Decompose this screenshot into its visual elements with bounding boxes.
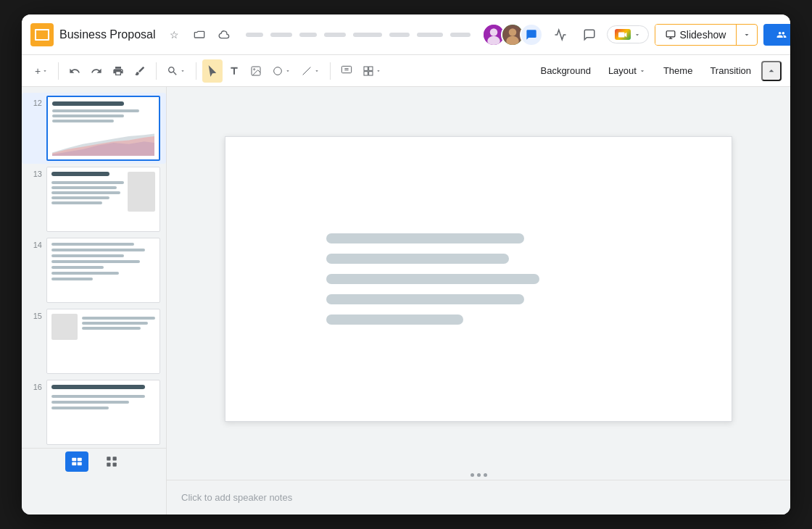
svg-rect-27 [77, 457, 81, 461]
slide-workspace[interactable] [167, 87, 790, 470]
slide-thumb-12 [46, 96, 160, 161]
layout-button[interactable]: Layout [601, 59, 653, 83]
slide-item-15[interactable]: 15 [22, 306, 166, 377]
toolbar-divider-1 [58, 62, 59, 80]
slide-item-16[interactable]: 16 [22, 377, 166, 448]
slide-canvas[interactable] [225, 136, 732, 422]
svg-point-4 [508, 28, 516, 36]
grid-button[interactable] [358, 59, 386, 83]
background-button[interactable]: Background [533, 59, 597, 83]
toolbar-divider-4 [330, 62, 331, 80]
share-button[interactable]: Share [763, 24, 790, 46]
slides-logo [30, 23, 54, 46]
svg-rect-31 [107, 462, 110, 466]
speaker-notes-area[interactable]: Click to add speaker notes [167, 480, 790, 515]
comment-button[interactable] [336, 59, 357, 83]
theme-button[interactable]: Theme [656, 59, 700, 83]
redo-button[interactable] [86, 59, 107, 83]
folder-icon[interactable] [189, 25, 210, 45]
slide-thumb-16 [46, 380, 160, 445]
speaker-notes-placeholder: Click to add speaker notes [181, 492, 292, 503]
meet-button[interactable] [607, 25, 649, 43]
svg-point-5 [506, 36, 519, 46]
svg-rect-26 [72, 462, 76, 465]
content-line-3 [326, 274, 539, 284]
transition-button[interactable]: Transition [703, 59, 758, 83]
svg-marker-24 [52, 136, 154, 156]
insert-group: + [30, 59, 52, 83]
cloud-save-icon[interactable] [214, 25, 234, 45]
main-content: 12 [22, 87, 790, 515]
zoom-button[interactable] [162, 59, 190, 83]
header-right: Slideshow Share [482, 23, 790, 46]
content-line-2 [326, 254, 509, 264]
svg-rect-6 [618, 32, 624, 37]
content-line-1 [326, 233, 524, 243]
svg-rect-7 [666, 30, 675, 36]
svg-rect-20 [364, 71, 368, 75]
list-view-button[interactable] [65, 451, 88, 472]
resize-handle[interactable] [167, 470, 790, 480]
svg-rect-18 [364, 67, 368, 70]
menu-bar [246, 33, 471, 37]
text-button[interactable] [224, 59, 244, 83]
image-button[interactable] [246, 59, 266, 83]
slide-item-12[interactable]: 12 [22, 93, 166, 164]
slide-number-16: 16 [28, 380, 42, 391]
chat-indicator[interactable] [520, 23, 543, 46]
star-icon[interactable]: ☆ [165, 25, 185, 45]
editing-area: Click to add speaker notes [167, 87, 790, 515]
tools-group [202, 59, 324, 83]
svg-rect-19 [369, 67, 373, 70]
collapse-toolbar-button[interactable] [761, 61, 782, 81]
print-button[interactable] [108, 59, 128, 83]
undo-button[interactable] [65, 59, 85, 83]
svg-rect-32 [112, 462, 116, 466]
svg-rect-28 [77, 462, 81, 465]
line-button[interactable] [297, 59, 324, 83]
shape-button[interactable] [268, 59, 295, 83]
grid-view-button[interactable] [100, 451, 123, 472]
content-line-4 [326, 294, 524, 304]
toolbar-divider-3 [196, 62, 196, 80]
svg-point-2 [487, 36, 500, 46]
svg-point-12 [254, 68, 255, 70]
toolbar-divider-2 [156, 62, 157, 80]
svg-rect-29 [107, 457, 110, 460]
more-group [336, 59, 386, 83]
slide-item-14[interactable]: 14 [22, 235, 166, 306]
slide-options-group: Background Layout Theme Transition [533, 59, 758, 83]
slide-item-13[interactable]: 13 [22, 164, 166, 235]
svg-rect-21 [369, 71, 373, 75]
slide-number-12: 12 [28, 96, 42, 107]
slide-number-13: 13 [28, 167, 42, 178]
svg-point-13 [274, 67, 282, 75]
cursor-button[interactable] [202, 59, 223, 83]
collaborator-avatars [482, 23, 543, 46]
comments-button[interactable] [578, 23, 601, 46]
slide-thumb-14 [46, 238, 160, 303]
activity-button[interactable] [549, 23, 572, 46]
insert-button[interactable]: + [30, 59, 52, 83]
header: Business Proposal ☆ [22, 14, 790, 55]
view-toggle [22, 448, 166, 474]
content-line-5 [326, 315, 463, 325]
toolbar: + [22, 55, 790, 87]
format-paint-button[interactable] [130, 59, 150, 83]
svg-rect-15 [342, 66, 352, 72]
slide-number-15: 15 [28, 309, 42, 320]
app-window: Business Proposal ☆ [22, 14, 790, 515]
svg-rect-25 [72, 457, 76, 461]
svg-line-14 [303, 67, 311, 75]
svg-point-1 [489, 28, 497, 36]
slide-content [326, 233, 631, 325]
history-group [65, 59, 150, 83]
slideshow-main-button[interactable]: Slideshow [655, 25, 737, 45]
slide-number-14: 14 [28, 238, 42, 249]
zoom-group [162, 59, 190, 83]
slide-thumb-13 [46, 167, 160, 232]
slideshow-dropdown-button[interactable] [737, 26, 757, 43]
svg-rect-30 [112, 457, 116, 460]
header-icons: ☆ [165, 25, 234, 45]
slide-panel: 12 [22, 87, 167, 515]
